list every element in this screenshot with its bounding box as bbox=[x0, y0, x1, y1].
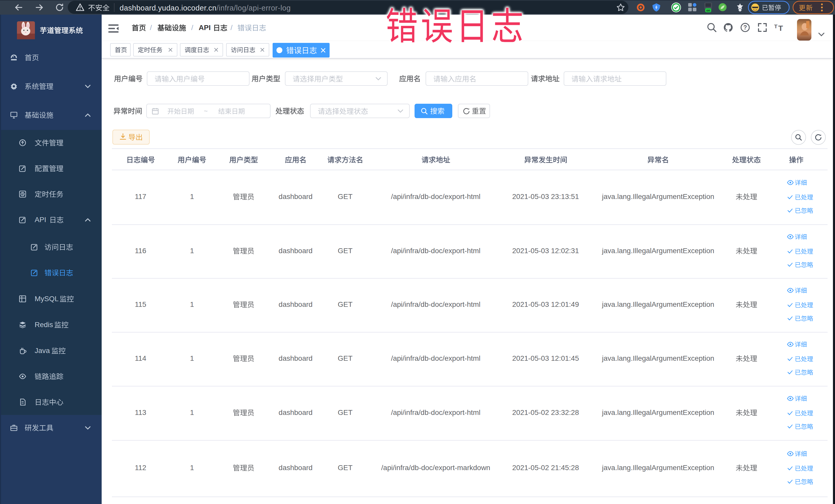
svg-text:T: T bbox=[778, 24, 783, 32]
svg-text:on: on bbox=[707, 9, 710, 12]
svg-text:?: ? bbox=[744, 24, 747, 31]
svg-text:T: T bbox=[774, 23, 777, 29]
